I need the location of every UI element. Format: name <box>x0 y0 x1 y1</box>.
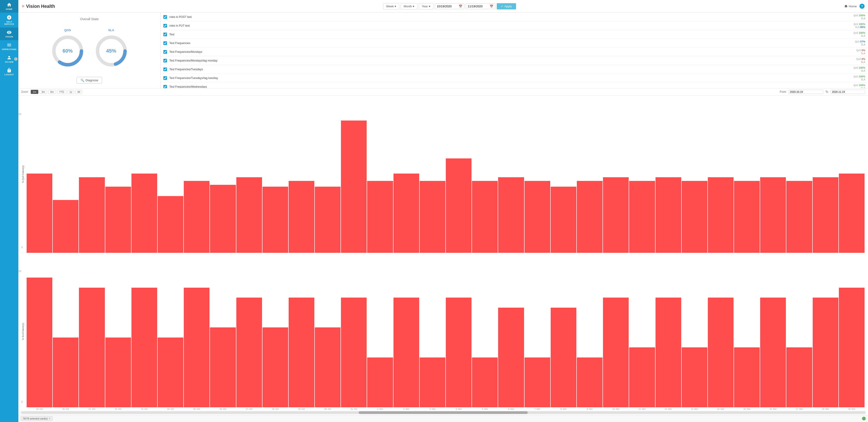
x-label: 27. Oct <box>236 408 262 410</box>
zoom-1m-btn[interactable]: 1m <box>31 90 38 94</box>
service-metrics-8: QoS 100% SLA <box>854 84 865 88</box>
qos-bar <box>420 181 445 252</box>
search-icon: 🔍 <box>81 79 84 82</box>
sla-y-label: % SLA Failure(s) <box>21 253 26 410</box>
zoom-all-btn[interactable]: All <box>75 90 82 94</box>
zoom-to-input[interactable] <box>830 90 865 94</box>
zoom-3m-btn[interactable]: 3m <box>39 90 47 94</box>
x-label: 1. Nov <box>367 408 393 410</box>
service-checkbox-2[interactable] <box>163 33 167 36</box>
service-checkbox-7[interactable] <box>163 76 167 80</box>
x-label: 7. Nov <box>525 408 550 410</box>
eye-icon <box>7 30 12 35</box>
qos-bar <box>472 181 498 252</box>
app-title-bar: ≡ Vision Health <box>22 4 55 9</box>
x-label: 19. Nov <box>839 408 865 410</box>
sla-label: SLA <box>108 28 114 32</box>
service-checkbox-0[interactable] <box>163 15 167 19</box>
year-filter-btn[interactable]: Year ▾ <box>419 3 433 9</box>
sla-bar <box>420 358 445 407</box>
sidebar-item-logout-label: LOGOUT <box>4 73 14 76</box>
service-row: Test Frequencies/Wednesdays QoS 100% SLA <box>161 83 868 88</box>
zoom-1y-btn[interactable]: 1y <box>67 90 74 94</box>
sidebar-item-logout[interactable]: LOGOUT <box>0 65 18 78</box>
qos-metric-8: QoS 100% <box>854 84 865 87</box>
sla-bar <box>708 298 734 407</box>
qos-chart-section: % QoS Failure(s) <box>21 95 866 253</box>
zoom-from-input[interactable] <box>788 90 823 94</box>
qos-bar <box>629 181 655 252</box>
sla-bar <box>813 298 838 407</box>
sla-bar <box>498 308 524 407</box>
calendar-start-icon[interactable]: 📅 <box>459 5 462 8</box>
content-area: Overall State QOS 60% <box>18 12 868 415</box>
help-icon[interactable]: ? <box>860 4 865 9</box>
sla-metric-6: SLA <box>861 69 865 72</box>
service-metrics-4: QoS 0% SLA <box>856 49 865 55</box>
zoom-range: From To <box>780 90 866 94</box>
qos-bar <box>236 177 262 253</box>
service-checkbox-5[interactable] <box>163 59 167 62</box>
zoom-6m-btn[interactable]: 6m <box>48 90 56 94</box>
qos-value: 60% <box>62 48 72 54</box>
qos-bar <box>603 177 629 253</box>
week-filter-btn[interactable]: Week ▾ <box>383 3 399 9</box>
end-date-input[interactable] <box>468 5 489 8</box>
sla-chart-area: 19. Oct20. Oct21. Oct22. Oct23. Oct24. O… <box>26 253 866 410</box>
sla-bar <box>158 337 183 407</box>
qos-metric-4: QoS 0% <box>856 49 865 52</box>
service-name-8: Test Frequencies/Wednesdays <box>169 85 851 88</box>
vision-close-btn[interactable]: × <box>14 57 18 61</box>
service-row: Test QoS 100% SLA <box>161 30 868 39</box>
chart-scrollbar[interactable] <box>21 411 866 414</box>
charts-container: % QoS Failure(s) % SLA Failure(s) 19. Oc… <box>18 95 868 410</box>
x-label: 11. Nov <box>629 408 655 410</box>
lower-panel: Zoom 1m 3m 6m YTD 1y All From To % QoS F… <box>18 88 868 415</box>
sla-bar <box>53 337 79 407</box>
qos-donut-wrap: QOS 60% <box>51 28 85 68</box>
service-metrics-2: QoS 100% SLA <box>854 31 865 37</box>
qos-bar <box>315 187 341 253</box>
service-checkbox-3[interactable] <box>163 41 167 45</box>
qos-bar <box>525 181 550 252</box>
sla-bar <box>472 358 498 407</box>
service-checkbox-6[interactable] <box>163 67 167 71</box>
hamburger-icon[interactable]: ≡ <box>22 4 24 9</box>
service-checkbox-1[interactable] <box>163 24 167 28</box>
sidebar-item-vision[interactable]: VISION × <box>0 28 18 40</box>
bottom-bar: 78/78 selected card(s) × <box>18 415 868 422</box>
home-link[interactable]: Home <box>844 4 857 8</box>
zoom-ytd-btn[interactable]: YTD <box>57 90 66 94</box>
main-content: ≡ Vision Health Week ▾ Month ▾ Year ▾ 📅 <box>18 0 868 422</box>
sidebar-item-ocadm-label: OCADM <box>5 61 13 63</box>
apply-button[interactable]: ✓ Apply <box>497 3 516 9</box>
to-label: To <box>825 90 828 93</box>
page-title: Vision Health <box>26 4 55 9</box>
diagnose-button[interactable]: 🔍 Diagnose <box>76 77 102 84</box>
scroll-thumb[interactable] <box>359 411 528 414</box>
service-row: Test Frequencies/Tuesdays QoS 100% SLA <box>161 65 868 74</box>
sla-bar <box>210 327 236 407</box>
sidebar-item-self-service[interactable]: SELF SERVICE <box>0 12 18 28</box>
service-checkbox-4[interactable] <box>163 50 167 54</box>
sla-bar <box>603 298 629 407</box>
x-label: 3. Nov <box>420 408 445 410</box>
sidebar-item-home[interactable]: HOME <box>0 0 18 12</box>
from-label: From <box>780 90 786 93</box>
x-label: 20. Oct <box>53 408 79 410</box>
sla-bar-chart <box>26 255 866 408</box>
start-date-input[interactable] <box>437 5 458 8</box>
service-checkbox-8[interactable] <box>163 85 167 88</box>
date-controls: Week ▾ Month ▾ Year ▾ 📅 📅 ✓ Apply <box>383 3 516 9</box>
calendar-end-icon[interactable]: 📅 <box>490 5 493 8</box>
sidebar: HOME SELF SERVICE VISION × OPERATIONS OC… <box>0 0 18 422</box>
zoom-bar: Zoom 1m 3m 6m YTD 1y All From To <box>18 88 868 95</box>
x-label: 28. Oct <box>262 408 288 410</box>
sidebar-item-operations[interactable]: OPERATIONS <box>0 40 18 53</box>
month-filter-btn[interactable]: Month ▾ <box>401 3 417 9</box>
x-label: 24. Oct <box>158 408 183 410</box>
service-name-6: Test Frequencies/Tuesdays <box>169 68 851 71</box>
selected-cards-close[interactable]: × <box>49 417 51 420</box>
qos-bar <box>79 177 105 253</box>
qos-bar-chart <box>26 97 866 253</box>
